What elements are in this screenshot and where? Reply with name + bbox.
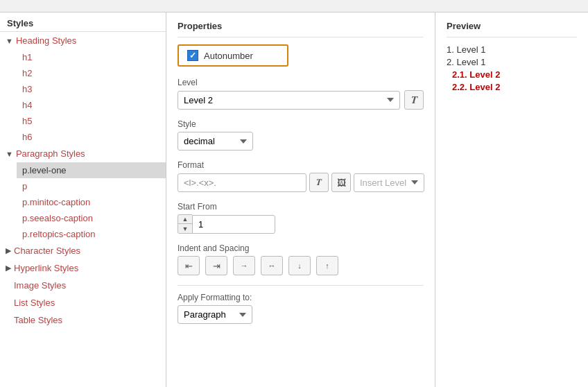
sidebar-item-h3[interactable]: h3 xyxy=(17,81,166,97)
divider xyxy=(178,285,424,286)
level-label: Level xyxy=(178,78,424,87)
apply-formatting-select[interactable]: Paragraph Number only Both xyxy=(178,305,252,324)
indent-arrows-lr-btn[interactable]: ↔ xyxy=(261,256,283,275)
format-field-group: Format 𝑻 🖼 Insert Level Level 1 Level 2 … xyxy=(178,160,424,192)
sidebar-item-h4[interactable]: h4 xyxy=(17,97,166,113)
indent-spacing-label: Indent and Spacing xyxy=(178,243,424,253)
preview-item-2: 2. Level 1 xyxy=(447,57,577,67)
indent-left-btn[interactable]: ⇤ xyxy=(178,256,200,275)
format-label: Format xyxy=(178,160,424,170)
level-field-group: Level Level 2 Level 1 Level 3 Level 4 𝑻 xyxy=(178,78,424,110)
sidebar-item-list-styles[interactable]: List Styles xyxy=(0,294,166,311)
autonumber-row[interactable]: Autonumber xyxy=(178,44,288,67)
sidebar-item-p-level-one[interactable]: p.level-one xyxy=(17,162,166,178)
chevron-down-icon: ▼ xyxy=(6,37,13,45)
spacing-up-btn[interactable]: ↑ xyxy=(316,256,338,275)
chevron-right-icon-hyperlink: ▶ xyxy=(6,264,11,273)
autonumber-checkbox[interactable] xyxy=(187,50,198,61)
format-text-icon[interactable]: 𝑻 xyxy=(309,173,329,192)
sidebar-item-p-reltopics-caption[interactable]: p.reltopics-caption xyxy=(17,226,166,242)
sidebar-item-h5[interactable]: h5 xyxy=(17,113,166,129)
style-field-group: Style decimal lower-alpha upper-alpha lo… xyxy=(178,119,424,150)
style-select[interactable]: decimal lower-alpha upper-alpha lower-ro… xyxy=(178,132,253,150)
preview-item-3: 2.1. Level 2 xyxy=(452,69,577,80)
level-format-icon[interactable]: 𝑻 xyxy=(404,90,424,110)
indent-arrow-right-btn[interactable]: → xyxy=(233,256,255,275)
indent-right-btn[interactable]: ⇥ xyxy=(205,256,227,275)
format-input[interactable] xyxy=(178,173,306,192)
character-styles-label: Character Styles xyxy=(14,246,80,256)
sidebar: Styles ▼ Heading Styles h1 h2 h3 h4 h5 h… xyxy=(0,12,166,387)
properties-panel: Properties Autonumber Level Level 2 Leve… xyxy=(166,12,435,387)
top-bar xyxy=(0,0,588,12)
spacing-down-btn[interactable]: ↓ xyxy=(288,256,311,275)
properties-title: Properties xyxy=(178,21,424,37)
hyperlink-styles-label: Hyperlink Styles xyxy=(14,263,78,273)
sidebar-item-p-minitoc-caption[interactable]: p.minitoc-caption xyxy=(17,194,166,210)
paragraph-styles-items: p.level-one p p.minitoc-caption p.seeals… xyxy=(0,162,166,242)
sidebar-item-image-styles[interactable]: Image Styles xyxy=(0,277,166,294)
indent-spacing-row: ⇤ ⇥ → ↔ ↓ ↑ xyxy=(178,256,424,275)
level-select-row: Level 2 Level 1 Level 3 Level 4 𝑻 xyxy=(178,90,424,110)
spinner-up-button[interactable]: ▲ xyxy=(178,215,192,224)
paragraph-styles-label: Paragraph Styles xyxy=(16,148,85,159)
style-label: Style xyxy=(178,119,424,129)
sidebar-item-h1[interactable]: h1 xyxy=(17,49,166,65)
autonumber-label: Autonumber xyxy=(204,51,253,61)
insert-level-select[interactable]: Insert Level Level 1 Level 2 Level 3 xyxy=(354,173,424,192)
indent-spacing-field-group: Indent and Spacing ⇤ ⇥ → ↔ ↓ ↑ xyxy=(178,243,424,275)
format-row: 𝑻 🖼 Insert Level Level 1 Level 2 Level 3 xyxy=(178,173,424,192)
start-from-row: ▲ ▼ xyxy=(178,214,424,234)
sidebar-section-paragraph-styles[interactable]: ▼ Paragraph Styles xyxy=(0,145,166,162)
sidebar-item-table-styles[interactable]: Table Styles xyxy=(0,311,166,329)
start-from-input[interactable] xyxy=(192,215,275,234)
level-select[interactable]: Level 2 Level 1 Level 3 Level 4 xyxy=(178,91,400,110)
chevron-down-icon-paragraph: ▼ xyxy=(6,150,13,158)
chevron-right-icon-character: ▶ xyxy=(6,246,11,255)
spinner: ▲ ▼ xyxy=(178,214,192,234)
preview-title: Preview xyxy=(447,21,577,37)
sidebar-section-character-styles[interactable]: ▶ Character Styles xyxy=(0,242,166,259)
sidebar-item-p[interactable]: p xyxy=(17,178,166,194)
sidebar-item-h6[interactable]: h6 xyxy=(17,129,166,145)
sidebar-item-h2[interactable]: h2 xyxy=(17,65,166,81)
start-from-label: Start From xyxy=(178,202,424,212)
sidebar-section-hyperlink-styles[interactable]: ▶ Hyperlink Styles xyxy=(0,259,166,277)
start-from-field-group: Start From ▲ ▼ xyxy=(178,202,424,234)
apply-formatting-label: Apply Formatting to: xyxy=(178,293,424,302)
preview-panel: Preview 1. Level 1 2. Level 1 2.1. Level… xyxy=(435,12,588,387)
app-container: Styles ▼ Heading Styles h1 h2 h3 h4 h5 h… xyxy=(0,0,588,387)
sidebar-title: Styles xyxy=(0,12,166,32)
spinner-down-button[interactable]: ▼ xyxy=(178,224,192,233)
heading-styles-label: Heading Styles xyxy=(16,35,76,46)
apply-formatting-field-group: Apply Formatting to: Paragraph Number on… xyxy=(178,293,424,324)
sidebar-item-p-seealso-caption[interactable]: p.seealso-caption xyxy=(17,210,166,226)
preview-item-1: 1. Level 1 xyxy=(447,44,577,55)
sidebar-section-heading-styles[interactable]: ▼ Heading Styles xyxy=(0,32,166,49)
main-content: Styles ▼ Heading Styles h1 h2 h3 h4 h5 h… xyxy=(0,12,588,387)
format-image-icon[interactable]: 🖼 xyxy=(331,173,351,192)
preview-item-4: 2.2. Level 2 xyxy=(452,82,577,92)
heading-styles-items: h1 h2 h3 h4 h5 h6 xyxy=(0,49,166,145)
